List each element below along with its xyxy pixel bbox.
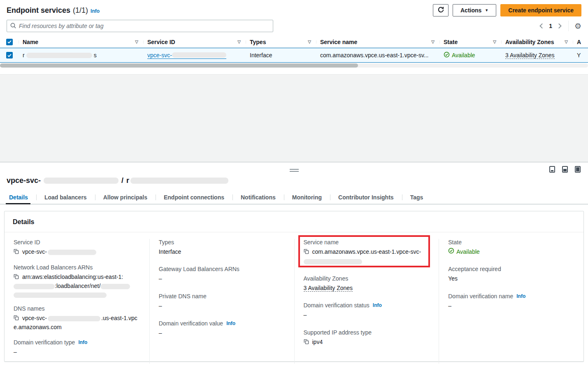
preferences-gear-icon[interactable]: ⚙ [574,22,581,30]
cell-acceptance: Y [573,52,588,58]
field-private-dns-name: Private DNS name – [159,293,285,310]
toolbar-divider [568,21,569,31]
horizontal-scrollbar-thumb[interactable] [0,63,358,68]
panel-drag-handle[interactable] [290,169,299,172]
cell-name: r s [19,52,143,58]
column-header-acceptance[interactable]: A [573,39,588,45]
actions-button-label: Actions [460,7,481,14]
redacted-text [14,292,107,298]
info-link[interactable]: Info [78,339,87,345]
page-header: Endpoint services (1/1) Info Actions ▼ C… [0,0,588,17]
sort-icon[interactable]: ▽ [493,40,497,44]
panel-title: vpce-svc- / r [0,162,588,185]
tab-contributor-insights[interactable]: Contributor Insights [330,191,402,204]
field-domain-verification-name: Domain verification name Info – [448,293,574,310]
field-domain-verification-type: Domain verification type Info – [14,339,140,356]
table-row[interactable]: r s vpce-svc- Interface com.amazonaws.vp… [0,48,588,63]
panel-layout-half-icon[interactable] [562,166,568,173]
endpoint-services-table: Name ▽ Service ID ▽ Types ▽ Service name… [0,36,588,68]
tab-notifications[interactable]: Notifications [232,191,284,204]
cell-types: Interface [246,52,316,58]
tab-details[interactable]: Details [6,191,36,204]
select-all-checkbox[interactable] [6,39,13,45]
column-header-state[interactable]: State ▽ [439,39,501,45]
column-header-types[interactable]: Types ▽ [246,39,316,45]
check-circle-icon [448,248,454,256]
cell-service-name: com.amazonaws.vpce.us-east-1.vpce-sv... [316,52,439,58]
details-card-body: Service ID vpce-svc- Network Load Balanc… [5,232,583,365]
page-title: Endpoint services (1/1) Info [7,6,100,15]
redacted-text [48,250,96,255]
redacted-text [304,259,362,264]
field-state: State Available [448,239,574,256]
refresh-icon [437,6,444,14]
sort-icon[interactable]: ▽ [565,40,569,44]
column-header-service-id[interactable]: Service ID ▽ [143,39,246,45]
tab-tags[interactable]: Tags [402,191,432,204]
current-page-number[interactable]: 1 [548,23,553,29]
actions-button[interactable]: Actions ▼ [453,4,496,16]
next-page-button[interactable] [557,22,562,30]
info-link[interactable]: Info [516,293,525,299]
redacted-text [26,53,92,58]
panel-layout-bottom-icon[interactable] [549,166,555,173]
column-header-availability-zones[interactable]: Availability Zones ▽ [501,39,573,45]
field-domain-verification-value: Domain verification value Info – [159,320,285,337]
availability-zones-popover-link[interactable]: 3 Availability Zones [304,285,353,292]
availability-zones-popover-link[interactable]: 3 Availability Zones [505,52,555,59]
redacted-text [130,178,228,184]
copy-icon[interactable] [14,314,19,323]
info-link[interactable]: Info [226,321,235,326]
sort-icon[interactable]: ▽ [431,40,435,44]
copy-icon[interactable] [304,338,309,347]
create-endpoint-service-button[interactable]: Create endpoint service [500,4,581,16]
field-nlb-arns: Network Load Balancers ARNs arn:aws:elas… [14,264,140,298]
info-link[interactable]: Info [373,302,382,308]
column-header-service-name[interactable]: Service name ▽ [316,39,439,45]
tab-allow-principals[interactable]: Allow principals [95,191,156,204]
field-dns-names: DNS names vpce-svc-.us-east-1.vpce.amazo… [14,305,140,332]
tab-endpoint-connections[interactable]: Endpoint connections [156,191,232,204]
redacted-text [172,52,226,58]
panel-layout-full-icon[interactable] [575,166,581,173]
search-input[interactable] [19,23,270,29]
result-count: (1/1) [73,6,88,15]
column-header-name[interactable]: Name ▽ [19,39,143,45]
details-column-4: State Available Acceptance required Yes [439,239,583,364]
horizontal-scrollbar[interactable] [0,63,588,68]
tab-monitoring[interactable]: Monitoring [284,191,330,204]
copy-icon[interactable] [14,248,19,257]
copy-icon[interactable] [14,273,19,282]
copy-icon[interactable] [304,248,309,257]
create-button-label: Create endpoint service [508,7,574,14]
field-domain-verification-status: Domain verification status Info – [304,302,430,319]
redacted-text [44,178,119,184]
details-column-2: Types Interface Gateway Load Balancers A… [149,239,294,364]
tab-load-balancers[interactable]: Load balancers [36,191,95,204]
service-id-link[interactable]: vpce-svc- [147,52,226,59]
table-toolbar: 1 ⚙ [0,17,588,32]
sort-icon[interactable]: ▽ [135,40,139,44]
check-circle-icon [444,51,450,59]
previous-page-button[interactable] [539,22,544,30]
field-service-name: Service name com.amazonaws.vpce.us-east-… [304,239,430,264]
pagination: 1 ⚙ [539,21,581,31]
page-info-link[interactable]: Info [91,8,100,14]
row-checkbox[interactable] [6,52,13,58]
sort-icon[interactable]: ▽ [237,40,242,44]
search-icon [10,23,16,30]
status-available: Available [448,248,480,256]
refresh-button[interactable] [433,4,449,16]
field-service-id: Service ID vpce-svc- [14,239,140,257]
endpoint-services-section: Endpoint services (1/1) Info Actions ▼ C… [0,0,588,74]
details-column-3: Service name com.amazonaws.vpce.us-east-… [294,239,439,364]
caret-down-icon: ▼ [485,8,488,12]
details-column-1: Service ID vpce-svc- Network Load Balanc… [5,239,149,364]
cell-availability-zones: 3 Availability Zones [501,52,573,59]
redacted-text [48,316,100,321]
details-card-heading: Details [5,211,583,232]
page-title-text: Endpoint services [7,6,70,15]
search-box[interactable] [7,20,273,32]
field-availability-zones: Availability Zones 3 Availability Zones [304,275,430,292]
sort-icon[interactable]: ▽ [308,40,312,44]
